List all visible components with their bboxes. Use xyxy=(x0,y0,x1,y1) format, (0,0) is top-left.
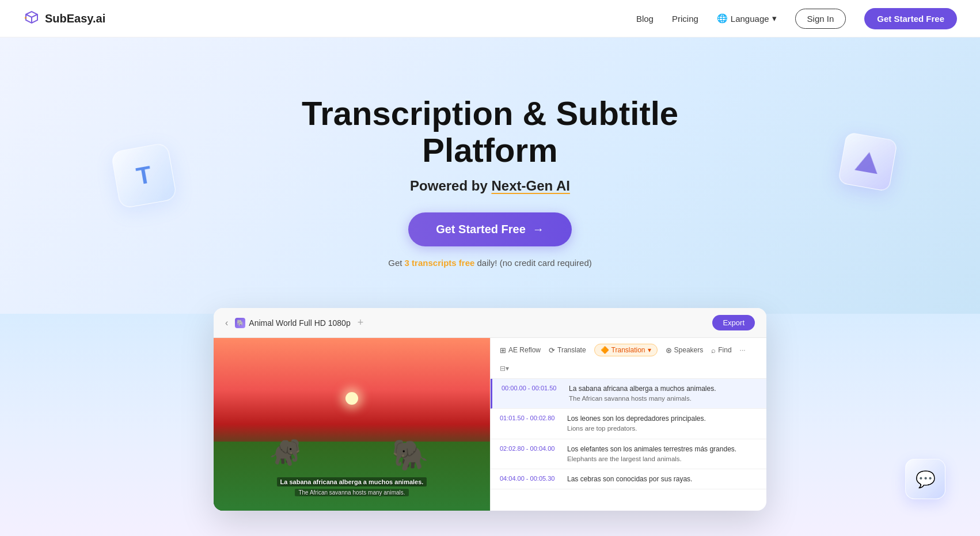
hero-subtitle-prefix: Powered by xyxy=(410,178,491,193)
video-panel: 🐘 🐘 La sabana africana alberga a muchos … xyxy=(214,338,490,511)
transcript-row[interactable]: 04:04.00 - 00:05.30 Las cebras son conoc… xyxy=(491,469,766,489)
hero-subtext: Get 3 transcripts free daily! (no credit… xyxy=(388,258,592,268)
elephant-right-icon: 🐘 xyxy=(392,438,429,473)
glass-cube-icon: T xyxy=(111,142,177,209)
glass-prism-icon xyxy=(838,132,898,192)
translation-chevron: ▾ xyxy=(648,346,651,354)
prism-triangle xyxy=(854,150,880,173)
more-options-button[interactable]: ··· xyxy=(740,346,746,354)
find-icon: ⌕ xyxy=(711,346,716,355)
chat-bubble-icon: 💬 xyxy=(905,459,945,499)
transcript-row[interactable]: 02:02.80 - 00:04.00 Los elefantes son lo… xyxy=(491,439,766,469)
arrow-right-icon: → xyxy=(533,223,544,236)
nav-cta-button[interactable]: Get Started Free xyxy=(864,8,957,29)
navbar: SubEasy.ai Blog Pricing 🌐 Language ▾ Sig… xyxy=(0,0,980,37)
video-subtitles: La sabana africana alberga a muchos anim… xyxy=(227,476,476,497)
transcript-panel: ⊞ AE Reflow ⟳ Translate 🔶 Translation ▾ … xyxy=(490,338,766,511)
globe-icon: 🌐 xyxy=(717,13,728,24)
hero-cta-button[interactable]: Get Started Free → xyxy=(408,212,572,246)
logo-icon xyxy=(23,10,40,27)
video-background: 🐘 🐘 La sabana africana alberga a muchos … xyxy=(214,338,490,511)
signin-button[interactable]: Sign In xyxy=(795,9,846,29)
hero-subtext-prefix: Get xyxy=(388,258,404,268)
tab-label: Animal World Full HD 1080p xyxy=(249,318,350,328)
transcript-text: La sabana africana alberga a muchos anim… xyxy=(569,383,757,404)
back-button[interactable]: ‹ xyxy=(225,318,228,328)
hero-cta-label: Get Started Free xyxy=(436,223,526,236)
transcript-rows: 00:00.00 - 00:01.50 La sabana africana a… xyxy=(491,379,766,511)
transcript-time: 04:04.00 - 00:05.30 xyxy=(500,474,560,484)
view-button[interactable]: ⊟▾ xyxy=(500,364,509,372)
export-button[interactable]: Export xyxy=(712,315,755,330)
float-icon-left: T xyxy=(115,147,173,204)
tab-icon: 🐘 xyxy=(235,318,245,328)
logo-text: SubEasy.ai xyxy=(45,12,105,25)
transcript-line-secondary: The African savanna hosts many animals. xyxy=(569,394,757,404)
hero-subtext-highlight: 3 transcripts free xyxy=(405,258,475,268)
transcript-line-secondary: Lions are top predators. xyxy=(567,424,757,434)
transcript-line-primary: Las cebras son conocidas por sus rayas. xyxy=(567,474,757,484)
translation-button[interactable]: 🔶 Translation ▾ xyxy=(594,344,658,356)
video-sub-line2: The African savanna hosts many animals. xyxy=(227,486,476,497)
reflow-icon: ⊞ xyxy=(500,346,506,355)
transcript-row[interactable]: 01:01.50 - 00:02.80 Los leones son los d… xyxy=(491,409,766,439)
nav-links: Blog Pricing 🌐 Language ▾ Sign In Get St… xyxy=(636,8,957,29)
translate-icon: ⟳ xyxy=(549,346,555,355)
nav-pricing[interactable]: Pricing xyxy=(672,14,698,24)
translate-button[interactable]: ⟳ Translate xyxy=(549,346,586,355)
transcript-time: 02:02.80 - 00:04.00 xyxy=(500,444,560,464)
transcript-text: Los elefantes son los animales terrestre… xyxy=(567,444,757,464)
logo: SubEasy.ai xyxy=(23,10,105,27)
float-icon-right xyxy=(842,136,894,188)
translation-icon: 🔶 xyxy=(601,346,609,354)
chevron-down-icon: ▾ xyxy=(772,13,777,24)
sun-decoration xyxy=(345,392,358,405)
hero-subtitle: Powered by Next-Gen AI xyxy=(410,178,570,194)
transcript-text: Los leones son los depredadores principa… xyxy=(567,413,757,434)
speakers-button[interactable]: ⊛ Speakers xyxy=(666,346,704,355)
nav-language[interactable]: 🌐 Language ▾ xyxy=(717,13,777,24)
hero-title: Transcription & Subtitle Platform xyxy=(231,95,749,169)
transcript-line-secondary: Elephants are the largest land animals. xyxy=(567,454,757,464)
app-window: ‹ 🐘 Animal World Full HD 1080p + Export … xyxy=(214,308,766,511)
transcript-toolbar: ⊞ AE Reflow ⟳ Translate 🔶 Translation ▾ … xyxy=(491,338,766,379)
app-body: 🐘 🐘 La sabana africana alberga a muchos … xyxy=(214,338,766,511)
screenshot-section: ‹ 🐘 Animal World Full HD 1080p + Export … xyxy=(0,314,980,536)
transcript-time: 01:01.50 - 00:02.80 xyxy=(500,413,560,434)
transcript-line-primary: La sabana africana alberga a muchos anim… xyxy=(569,383,757,394)
hero-subtitle-highlight: Next-Gen AI xyxy=(491,178,569,193)
transcript-row[interactable]: 00:00.00 - 00:01.50 La sabana africana a… xyxy=(491,379,766,409)
nav-blog[interactable]: Blog xyxy=(636,14,654,24)
find-button[interactable]: ⌕ Find xyxy=(711,346,731,355)
transcript-time: 00:00.00 - 00:01.50 xyxy=(502,383,562,404)
hero-section: T Transcription & Subtitle Platform Powe… xyxy=(0,37,980,314)
hero-subtext-suffix: daily! (no credit card required) xyxy=(474,258,591,268)
transcript-line-primary: Los elefantes son los animales terrestre… xyxy=(567,444,757,454)
add-tab-button[interactable]: + xyxy=(358,317,364,329)
float-chat-icon: 💬 xyxy=(905,459,945,499)
elephant-left-icon: 🐘 xyxy=(269,437,301,467)
speakers-icon: ⊛ xyxy=(666,346,672,355)
transcript-text: Las cebras son conocidas por sus rayas. xyxy=(567,474,757,484)
video-sub-line1: La sabana africana alberga a muchos anim… xyxy=(227,476,476,486)
transcript-line-primary: Los leones son los depredadores principa… xyxy=(567,413,757,424)
tab-animal-world[interactable]: 🐘 Animal World Full HD 1080p xyxy=(235,318,350,328)
reflow-button[interactable]: ⊞ AE Reflow xyxy=(500,346,541,355)
app-titlebar: ‹ 🐘 Animal World Full HD 1080p + Export xyxy=(214,308,766,338)
